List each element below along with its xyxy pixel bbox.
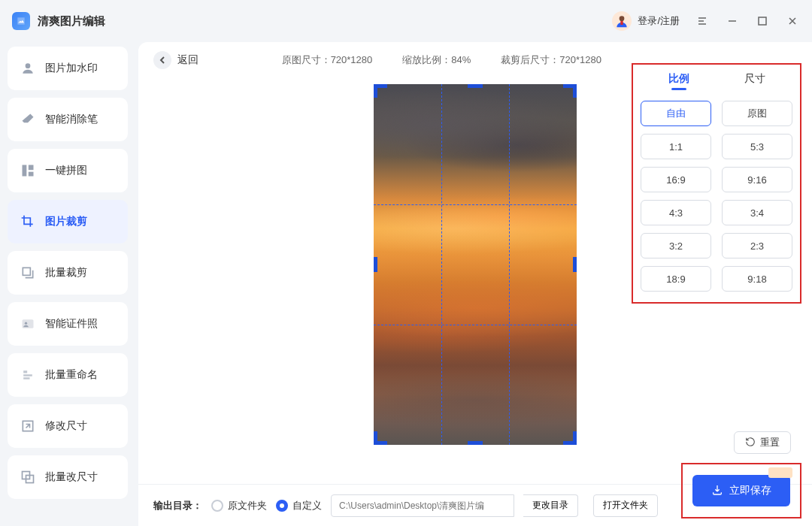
- change-dir-button[interactable]: 更改目录: [523, 494, 578, 517]
- save-area: 立即保存: [681, 463, 801, 518]
- batch-resize-icon: [20, 469, 36, 485]
- refresh-icon: [745, 437, 756, 449]
- crop-icon: [20, 213, 36, 230]
- ratio-5-3[interactable]: 5:3: [722, 134, 792, 159]
- sidebar-item-id-photo[interactable]: 智能证件照: [8, 302, 128, 346]
- sidebar-item-collage[interactable]: 一键拼图: [8, 149, 128, 192]
- ratio-18-9[interactable]: 18:9: [641, 266, 711, 292]
- crop-stage[interactable]: [374, 84, 577, 445]
- grid-icon: [20, 162, 36, 179]
- radio-checked-icon: [276, 500, 288, 512]
- save-label: 立即保存: [729, 484, 771, 497]
- ratio-4-3[interactable]: 4:3: [641, 200, 711, 225]
- minimize-icon[interactable]: [725, 14, 740, 29]
- save-button[interactable]: 立即保存: [692, 475, 790, 506]
- tab-ratio[interactable]: 比例: [668, 72, 689, 90]
- sidebar-item-rename[interactable]: 批量重命名: [8, 353, 128, 397]
- sidebar-item-batch-crop[interactable]: 批量裁剪: [8, 251, 128, 295]
- login-label: 登录/注册: [638, 14, 680, 28]
- ratio-16-9[interactable]: 16:9: [641, 167, 711, 192]
- open-dir-button[interactable]: 打开文件夹: [593, 494, 658, 517]
- workspace: 返回 原图尺寸：720*1280 缩放比例：84% 裁剪后尺寸：720*1280: [138, 42, 812, 526]
- titlebar: 清爽图片编辑 登录/注册: [0, 0, 812, 42]
- sidebar-item-label: 智能消除笔: [45, 113, 98, 126]
- ratio-2-3[interactable]: 2:3: [722, 233, 792, 258]
- svg-rect-5: [29, 165, 34, 171]
- ratio-9-16[interactable]: 9:16: [722, 167, 792, 192]
- crop-handle-l[interactable]: [374, 257, 377, 272]
- output-dir-label: 输出目录：: [153, 499, 202, 512]
- close-icon[interactable]: [785, 14, 800, 29]
- rename-icon: [20, 367, 36, 383]
- chevron-left-icon: [153, 51, 171, 69]
- reset-button[interactable]: 重置: [734, 431, 791, 454]
- id-icon: [20, 316, 36, 332]
- sidebar-item-label: 图片加水印: [45, 62, 98, 75]
- tab-size[interactable]: 尺寸: [744, 72, 765, 90]
- output-path-input[interactable]: [331, 494, 514, 517]
- sidebar-item-label: 一键拼图: [45, 164, 87, 177]
- ratio-1-1[interactable]: 1:1: [641, 134, 711, 159]
- eraser-icon: [20, 111, 36, 128]
- crop-handle-t[interactable]: [468, 84, 483, 88]
- radio-icon: [211, 500, 223, 512]
- ratio-3-2[interactable]: 3:2: [641, 233, 711, 258]
- svg-point-3: [26, 63, 31, 68]
- login-button[interactable]: 登录/注册: [612, 11, 680, 31]
- crop-overlay[interactable]: [374, 84, 577, 445]
- svg-rect-6: [29, 172, 34, 177]
- crop-handle-b[interactable]: [468, 441, 483, 445]
- back-button[interactable]: 返回: [153, 51, 198, 69]
- sidebar-item-label: 批量重命名: [45, 368, 98, 382]
- original-size-info: 原图尺寸：720*1280: [282, 53, 373, 67]
- sidebar-item-watermark[interactable]: 图片加水印: [8, 47, 128, 90]
- svg-rect-1: [621, 21, 623, 25]
- batch-crop-icon: [20, 265, 36, 281]
- crop-handle-r[interactable]: [573, 257, 577, 272]
- ratio-free[interactable]: 自由: [641, 101, 711, 126]
- svg-rect-2: [759, 17, 766, 25]
- sidebar-item-label: 图片裁剪: [45, 215, 87, 228]
- svg-rect-7: [23, 268, 30, 275]
- sidebar-item-label: 批量裁剪: [45, 266, 87, 280]
- radio-original-folder[interactable]: 原文件夹: [211, 499, 267, 512]
- app-title: 清爽图片编辑: [38, 14, 105, 29]
- sidebar-item-crop[interactable]: 图片裁剪: [8, 200, 128, 243]
- sidebar-item-resize[interactable]: 修改尺寸: [8, 404, 128, 448]
- ratio-original[interactable]: 原图: [722, 101, 792, 126]
- radio-label: 原文件夹: [228, 499, 267, 512]
- sidebar-item-label: 智能证件照: [45, 317, 98, 331]
- menu-icon[interactable]: [695, 14, 710, 29]
- svg-point-9: [25, 322, 27, 325]
- maximize-icon[interactable]: [755, 14, 770, 29]
- sidebar-item-batch-resize[interactable]: 批量改尺寸: [8, 455, 128, 499]
- sidebar-item-eraser[interactable]: 智能消除笔: [8, 98, 128, 141]
- zoom-info: 缩放比例：84%: [402, 53, 471, 67]
- back-label: 返回: [177, 53, 198, 67]
- radio-label: 自定义: [292, 499, 322, 512]
- reset-label: 重置: [760, 436, 780, 449]
- avatar-icon: [612, 11, 632, 31]
- ratio-9-18[interactable]: 9:18: [722, 266, 792, 292]
- sidebar: 图片加水印 智能消除笔 一键拼图 图片裁剪 批量裁剪 智能证件照 批量重命名 修…: [0, 42, 135, 526]
- crop-size-info: 裁剪后尺寸：720*1280: [501, 53, 601, 67]
- radio-custom-folder[interactable]: 自定义: [276, 499, 322, 512]
- ratio-3-4[interactable]: 3:4: [722, 200, 792, 225]
- save-badge: [768, 467, 792, 478]
- user-icon: [20, 60, 36, 77]
- download-icon: [711, 484, 723, 498]
- svg-point-0: [620, 16, 625, 21]
- ratio-panel: 比例 尺寸 自由 原图 1:1 5:3 16:9 9:16 4:3 3:4 3:…: [632, 63, 801, 304]
- sidebar-item-label: 修改尺寸: [45, 419, 87, 433]
- resize-icon: [20, 418, 36, 434]
- app-logo: [12, 12, 30, 30]
- svg-rect-4: [23, 165, 27, 177]
- sidebar-item-label: 批量改尺寸: [45, 470, 98, 484]
